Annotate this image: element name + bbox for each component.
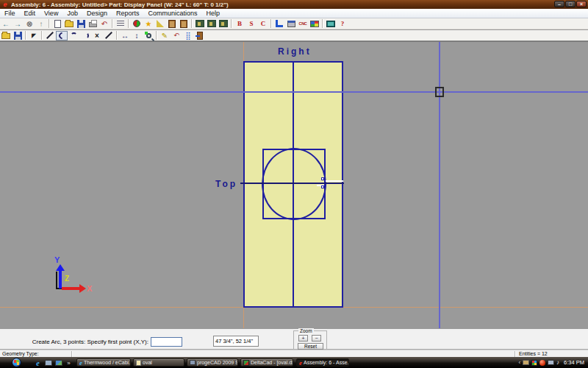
- taskbar-clock[interactable]: 6:34 PM: [562, 359, 587, 366]
- undo-draw-button[interactable]: ↶: [171, 31, 182, 40]
- display-settings-button[interactable]: [325, 19, 337, 29]
- print-button[interactable]: [87, 19, 98, 29]
- quicklaunch-browser-icon[interactable]: e: [34, 359, 42, 367]
- arc-3point-tool-button[interactable]: [56, 31, 68, 40]
- taskbar-button-thermwood[interactable]: e Thermwood / eCabi...: [76, 358, 131, 367]
- point-input[interactable]: [151, 337, 182, 347]
- application-window: e Assembly: 6 - Assembly: Untitled> Part…: [0, 0, 588, 368]
- network-icon[interactable]: [548, 360, 554, 365]
- menu-view[interactable]: View: [40, 9, 62, 18]
- open-file-button[interactable]: [63, 19, 75, 29]
- tray-collapse-chevron[interactable]: ‹: [518, 359, 520, 366]
- tray-app-icon[interactable]: [531, 360, 537, 366]
- line-2point-button[interactable]: [103, 31, 115, 40]
- coordinates-display[interactable]: [213, 336, 259, 347]
- delete-entity-button[interactable]: ×: [91, 31, 103, 40]
- up-icon: ↑: [40, 20, 43, 28]
- grip-point[interactable]: [321, 177, 324, 180]
- zoom-window-button[interactable]: [143, 31, 154, 40]
- menu-edit[interactable]: Edit: [20, 9, 40, 18]
- save-button[interactable]: [75, 19, 87, 29]
- cnc-button[interactable]: CNC: [297, 19, 309, 29]
- panel-editor-button[interactable]: [154, 19, 166, 29]
- assembly-editor-button[interactable]: [178, 19, 190, 29]
- nav-forward-button[interactable]: →: [12, 19, 24, 29]
- new-file-button[interactable]: [51, 19, 63, 29]
- undo-button[interactable]: ↶: [98, 19, 110, 29]
- arc-icon: [71, 32, 77, 39]
- close-button[interactable]: ×: [576, 1, 587, 7]
- render-button[interactable]: ★: [143, 19, 154, 29]
- room-view-3-button[interactable]: [218, 19, 229, 29]
- open-drawing-button[interactable]: [0, 31, 12, 40]
- nesting-button[interactable]: [285, 19, 297, 29]
- tray-red-app-icon[interactable]: [539, 360, 545, 366]
- z-axis-label: Z: [65, 275, 69, 283]
- colors-button[interactable]: [309, 19, 320, 29]
- toolbar-separator: [156, 31, 157, 40]
- nav-back-button[interactable]: ←: [0, 19, 12, 29]
- save-drawing-button[interactable]: [12, 31, 24, 40]
- grid-snap-button[interactable]: ⣿: [182, 31, 194, 40]
- palette-icon: [310, 21, 319, 27]
- toolbar-separator: [322, 19, 323, 28]
- arc-3point-icon: [57, 31, 67, 40]
- menu-job[interactable]: Job: [62, 9, 82, 18]
- selection-set-button[interactable]: [115, 19, 126, 29]
- room-view-1-button[interactable]: [194, 19, 206, 29]
- maximize-button[interactable]: □: [565, 1, 576, 7]
- line-tool-button[interactable]: [44, 31, 56, 40]
- taskbar-button-deltacad[interactable]: DeltaCad - [oval.dxf *]: [240, 358, 293, 367]
- bid-button[interactable]: B: [234, 19, 245, 29]
- taskbar-button-progecad[interactable]: progeCAD 2009 Sm...: [187, 358, 238, 367]
- windows-logo-icon: [14, 360, 19, 365]
- room-view-icon: [196, 20, 204, 27]
- task-label: DeltaCad - [oval.dxf *]: [251, 360, 293, 365]
- menu-reports[interactable]: Reports: [112, 9, 144, 18]
- menu-help[interactable]: Help: [201, 9, 224, 18]
- status-divider: [514, 351, 516, 357]
- tray-folder-icon[interactable]: [523, 360, 529, 365]
- quicklaunch-show-desktop-icon[interactable]: [44, 359, 52, 367]
- arc-tool-2-button[interactable]: [68, 31, 79, 40]
- menu-file[interactable]: File: [0, 9, 20, 18]
- speaker-icon[interactable]: ♪: [556, 359, 559, 366]
- zoom-out-button[interactable]: −: [312, 335, 321, 342]
- nav-up-button[interactable]: ↑: [35, 19, 47, 29]
- start-button[interactable]: [12, 358, 21, 367]
- quicklaunch-overflow-chevron[interactable]: »: [65, 359, 73, 367]
- zoom-groupbox: Zoom + − Reset: [293, 330, 327, 350]
- render-star-icon: ★: [146, 20, 152, 28]
- y-axis-arrowhead: [56, 264, 65, 271]
- taskbar-button-oval[interactable]: oval: [133, 358, 184, 367]
- toolbar-separator: [270, 19, 272, 28]
- dimension-horizontal-button[interactable]: ↔: [119, 31, 131, 40]
- top-section-line[interactable]: [240, 183, 344, 184]
- select-tool-button[interactable]: ◤: [28, 31, 40, 40]
- dimension-vertical-button[interactable]: ↕: [131, 31, 143, 40]
- materials-button[interactable]: [131, 19, 143, 29]
- menu-design[interactable]: Design: [82, 9, 112, 18]
- exit-drawing-button[interactable]: [194, 31, 206, 40]
- edit-point-button[interactable]: ✎: [159, 31, 171, 40]
- windows-taskbar: e » e Thermwood / eCabi... oval progeCAD…: [0, 357, 588, 368]
- desktop-icon: [45, 360, 52, 366]
- room-view-2-button[interactable]: [206, 19, 218, 29]
- taskbar-button-assembly-active[interactable]: e Assembly: 6 - Asse...: [296, 358, 349, 367]
- drawing-canvas[interactable]: Right Top Y X Z: [0, 41, 588, 328]
- schedule-button[interactable]: S: [245, 19, 257, 29]
- fittings-button[interactable]: [273, 19, 285, 29]
- help-button[interactable]: ?: [337, 19, 348, 29]
- quicklaunch-media-icon[interactable]: [54, 359, 62, 367]
- cutlist-button[interactable]: C: [257, 19, 269, 29]
- zoom-in-button[interactable]: +: [298, 335, 308, 342]
- cabinet-editor-button[interactable]: [166, 19, 178, 29]
- arc-tool-3-button[interactable]: [79, 31, 91, 40]
- highlighted-segment[interactable]: [326, 180, 343, 182]
- minimize-button[interactable]: –: [554, 1, 564, 7]
- menu-communications[interactable]: Communications: [143, 9, 201, 18]
- nav-stop-button[interactable]: ⊗: [24, 19, 35, 29]
- grip-point[interactable]: [321, 185, 324, 188]
- circle-entity[interactable]: [262, 148, 326, 220]
- zoom-reset-button[interactable]: Reset: [298, 343, 323, 350]
